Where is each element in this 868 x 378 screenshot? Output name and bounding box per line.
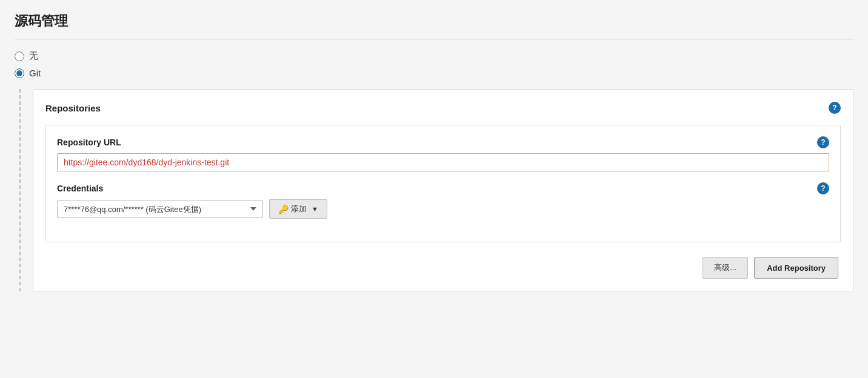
page-title: 源码管理 <box>15 12 853 30</box>
url-field-label: Repository URL <box>57 138 121 147</box>
repository-url-input[interactable] <box>57 153 829 171</box>
credentials-help-icon[interactable]: ? <box>817 182 829 194</box>
radio-none-label: 无 <box>29 50 38 62</box>
add-repository-button[interactable]: Add Repository <box>754 257 838 279</box>
key-icon: 🔑 <box>278 204 289 214</box>
actions-row: 高级... Add Repository <box>45 257 841 279</box>
advanced-button[interactable]: 高级... <box>703 257 748 279</box>
repositories-help-icon[interactable]: ? <box>829 102 841 114</box>
add-button-label: 添加 <box>291 204 307 214</box>
dropdown-arrow-icon: ▼ <box>312 205 318 213</box>
radio-none-input[interactable] <box>15 51 24 61</box>
radio-none[interactable]: 无 <box>15 50 853 62</box>
radio-git[interactable]: Git <box>15 68 853 78</box>
credentials-field-row: Credentials ? 7****76@qq.com/****** (码云G… <box>57 182 829 219</box>
credentials-field-label: Credentials <box>57 184 103 193</box>
repositories-section: Repositories ? Repository URL ? Credenti… <box>33 89 853 291</box>
credentials-row: 7****76@qq.com/****** (码云Gitee凭据) 🔑 添加 ▼ <box>57 199 829 219</box>
repository-inner-section: Repository URL ? Credentials ? 7****76@q… <box>45 125 841 242</box>
repositories-title: Repositories <box>45 103 101 113</box>
radio-git-label: Git <box>29 68 41 78</box>
git-section: Repositories ? Repository URL ? Credenti… <box>19 89 853 291</box>
radio-git-input[interactable] <box>15 68 24 78</box>
add-credentials-button[interactable]: 🔑 添加 ▼ <box>269 199 327 219</box>
divider <box>15 39 853 39</box>
credentials-select[interactable]: 7****76@qq.com/****** (码云Gitee凭据) <box>57 201 263 218</box>
scm-radio-group: 无 Git <box>15 50 853 78</box>
url-help-icon[interactable]: ? <box>817 136 829 148</box>
page-container: 源码管理 无 Git Repositories ? Repository URL… <box>0 0 868 378</box>
url-field-header: Repository URL ? <box>57 136 829 148</box>
url-field-row: Repository URL ? <box>57 136 829 171</box>
repositories-header: Repositories ? <box>45 102 841 114</box>
credentials-field-header: Credentials ? <box>57 182 829 194</box>
